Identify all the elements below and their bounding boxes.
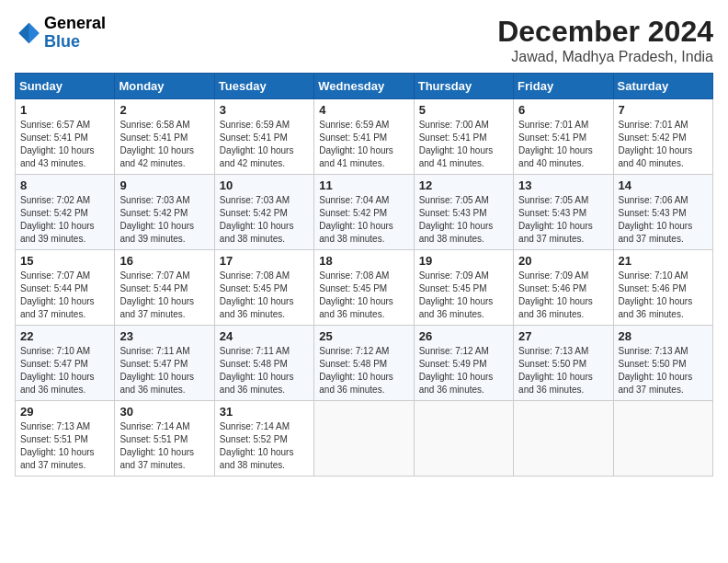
- calendar-cell: [514, 401, 613, 477]
- calendar-cell: 21Sunrise: 7:10 AMSunset: 5:46 PMDayligh…: [613, 250, 712, 326]
- calendar-cell: 14Sunrise: 7:06 AMSunset: 5:43 PMDayligh…: [613, 175, 712, 250]
- day-number: 22: [20, 329, 109, 343]
- page-title: December 2024: [497, 15, 713, 49]
- day-info: Sunrise: 7:09 AMSunset: 5:46 PMDaylight:…: [518, 270, 608, 321]
- calendar-cell: 7Sunrise: 7:01 AMSunset: 5:42 PMDaylight…: [613, 99, 712, 175]
- day-info: Sunrise: 7:10 AMSunset: 5:46 PMDaylight:…: [619, 270, 708, 321]
- calendar-cell: 20Sunrise: 7:09 AMSunset: 5:46 PMDayligh…: [514, 250, 613, 326]
- day-info: Sunrise: 7:14 AMSunset: 5:52 PMDaylight:…: [220, 420, 309, 472]
- calendar-cell: [314, 401, 414, 477]
- logo-icon: [15, 20, 40, 46]
- calendar-cell: 25Sunrise: 7:12 AMSunset: 5:48 PMDayligh…: [314, 326, 414, 401]
- calendar-cell: 9Sunrise: 7:03 AMSunset: 5:42 PMDaylight…: [115, 175, 214, 250]
- calendar-cell: 12Sunrise: 7:05 AMSunset: 5:43 PMDayligh…: [414, 175, 513, 250]
- day-number: 30: [119, 405, 209, 419]
- calendar-week-4: 22Sunrise: 7:10 AMSunset: 5:47 PMDayligh…: [16, 326, 713, 401]
- day-number: 7: [619, 103, 708, 117]
- svg-marker-1: [28, 23, 39, 43]
- day-info: Sunrise: 7:02 AMSunset: 5:42 PMDaylight:…: [20, 194, 109, 246]
- day-info: Sunrise: 7:11 AMSunset: 5:48 PMDaylight:…: [220, 345, 309, 396]
- day-number: 11: [319, 178, 408, 192]
- calendar-cell: 30Sunrise: 7:14 AMSunset: 5:51 PMDayligh…: [115, 401, 214, 477]
- day-info: Sunrise: 7:04 AMSunset: 5:42 PMDaylight:…: [319, 194, 408, 246]
- day-number: 18: [319, 254, 408, 268]
- day-number: 8: [20, 178, 109, 192]
- header-row: SundayMondayTuesdayWednesdayThursdayFrid…: [16, 74, 713, 99]
- day-number: 3: [220, 103, 309, 117]
- calendar-cell: 26Sunrise: 7:12 AMSunset: 5:49 PMDayligh…: [414, 326, 513, 401]
- day-info: Sunrise: 7:11 AMSunset: 5:47 PMDaylight:…: [119, 345, 209, 396]
- day-number: 19: [419, 254, 508, 268]
- day-number: 15: [20, 254, 109, 268]
- day-info: Sunrise: 7:05 AMSunset: 5:43 PMDaylight:…: [419, 194, 508, 246]
- header-cell-thursday: Thursday: [414, 74, 513, 99]
- page-subtitle: Jawad, Madhya Pradesh, India: [497, 49, 713, 65]
- calendar-cell: 31Sunrise: 7:14 AMSunset: 5:52 PMDayligh…: [214, 401, 313, 477]
- day-info: Sunrise: 7:06 AMSunset: 5:43 PMDaylight:…: [619, 194, 708, 246]
- day-number: 2: [119, 103, 209, 117]
- day-info: Sunrise: 6:57 AMSunset: 5:41 PMDaylight:…: [20, 119, 109, 170]
- calendar-cell: 10Sunrise: 7:03 AMSunset: 5:42 PMDayligh…: [214, 175, 313, 250]
- day-info: Sunrise: 7:07 AMSunset: 5:44 PMDaylight:…: [119, 270, 209, 321]
- page-header: General Blue December 2024 Jawad, Madhya…: [15, 15, 713, 65]
- calendar-cell: 16Sunrise: 7:07 AMSunset: 5:44 PMDayligh…: [115, 250, 214, 326]
- day-number: 27: [518, 329, 608, 343]
- day-info: Sunrise: 7:05 AMSunset: 5:43 PMDaylight:…: [518, 194, 608, 246]
- day-info: Sunrise: 7:13 AMSunset: 5:51 PMDaylight:…: [20, 420, 109, 472]
- calendar-week-2: 8Sunrise: 7:02 AMSunset: 5:42 PMDaylight…: [16, 175, 713, 250]
- day-info: Sunrise: 7:01 AMSunset: 5:42 PMDaylight:…: [619, 119, 708, 170]
- day-info: Sunrise: 6:59 AMSunset: 5:41 PMDaylight:…: [319, 119, 408, 170]
- day-number: 13: [518, 178, 608, 192]
- calendar-week-1: 1Sunrise: 6:57 AMSunset: 5:41 PMDaylight…: [16, 99, 713, 175]
- calendar-cell: 23Sunrise: 7:11 AMSunset: 5:47 PMDayligh…: [115, 326, 214, 401]
- calendar-cell: 11Sunrise: 7:04 AMSunset: 5:42 PMDayligh…: [314, 175, 414, 250]
- header-cell-monday: Monday: [115, 74, 214, 99]
- day-number: 24: [220, 329, 309, 343]
- day-number: 31: [220, 405, 309, 419]
- day-info: Sunrise: 6:59 AMSunset: 5:41 PMDaylight:…: [220, 119, 309, 170]
- header-cell-wednesday: Wednesday: [314, 74, 414, 99]
- calendar-cell: 8Sunrise: 7:02 AMSunset: 5:42 PMDaylight…: [16, 175, 115, 250]
- header-cell-saturday: Saturday: [613, 74, 712, 99]
- day-number: 6: [518, 103, 608, 117]
- calendar-week-5: 29Sunrise: 7:13 AMSunset: 5:51 PMDayligh…: [16, 401, 713, 477]
- header-cell-sunday: Sunday: [16, 74, 115, 99]
- day-number: 28: [619, 329, 708, 343]
- day-info: Sunrise: 7:10 AMSunset: 5:47 PMDaylight:…: [20, 345, 109, 396]
- calendar-cell: 13Sunrise: 7:05 AMSunset: 5:43 PMDayligh…: [514, 175, 613, 250]
- day-number: 17: [220, 254, 309, 268]
- calendar-cell: 1Sunrise: 6:57 AMSunset: 5:41 PMDaylight…: [16, 99, 115, 175]
- calendar-cell: 2Sunrise: 6:58 AMSunset: 5:41 PMDaylight…: [115, 99, 214, 175]
- day-number: 29: [20, 405, 109, 419]
- day-number: 16: [119, 254, 209, 268]
- day-info: Sunrise: 7:08 AMSunset: 5:45 PMDaylight:…: [220, 270, 309, 321]
- day-info: Sunrise: 7:14 AMSunset: 5:51 PMDaylight:…: [119, 420, 209, 472]
- day-info: Sunrise: 7:00 AMSunset: 5:41 PMDaylight:…: [419, 119, 508, 170]
- calendar-cell: 22Sunrise: 7:10 AMSunset: 5:47 PMDayligh…: [16, 326, 115, 401]
- day-info: Sunrise: 7:12 AMSunset: 5:49 PMDaylight:…: [419, 345, 508, 396]
- calendar-cell: 4Sunrise: 6:59 AMSunset: 5:41 PMDaylight…: [314, 99, 414, 175]
- calendar-cell: 29Sunrise: 7:13 AMSunset: 5:51 PMDayligh…: [16, 401, 115, 477]
- calendar-cell: 17Sunrise: 7:08 AMSunset: 5:45 PMDayligh…: [214, 250, 313, 326]
- day-info: Sunrise: 7:13 AMSunset: 5:50 PMDaylight:…: [518, 345, 608, 396]
- day-number: 14: [619, 178, 708, 192]
- day-info: Sunrise: 7:07 AMSunset: 5:44 PMDaylight:…: [20, 270, 109, 321]
- calendar-cell: [613, 401, 712, 477]
- header-cell-tuesday: Tuesday: [214, 74, 313, 99]
- day-number: 25: [319, 329, 408, 343]
- day-number: 23: [119, 329, 209, 343]
- calendar-table: SundayMondayTuesdayWednesdayThursdayFrid…: [15, 73, 713, 477]
- day-number: 26: [419, 329, 508, 343]
- day-info: Sunrise: 7:12 AMSunset: 5:48 PMDaylight:…: [319, 345, 408, 396]
- day-info: Sunrise: 7:03 AMSunset: 5:42 PMDaylight:…: [119, 194, 209, 246]
- day-number: 10: [220, 178, 309, 192]
- calendar-cell: [414, 401, 513, 477]
- day-info: Sunrise: 7:03 AMSunset: 5:42 PMDaylight:…: [220, 194, 309, 246]
- day-number: 21: [619, 254, 708, 268]
- day-info: Sunrise: 7:13 AMSunset: 5:50 PMDaylight:…: [619, 345, 708, 396]
- header-cell-friday: Friday: [514, 74, 613, 99]
- logo-text: General Blue: [44, 15, 106, 52]
- calendar-cell: 3Sunrise: 6:59 AMSunset: 5:41 PMDaylight…: [214, 99, 313, 175]
- day-info: Sunrise: 7:09 AMSunset: 5:45 PMDaylight:…: [419, 270, 508, 321]
- day-info: Sunrise: 7:01 AMSunset: 5:41 PMDaylight:…: [518, 119, 608, 170]
